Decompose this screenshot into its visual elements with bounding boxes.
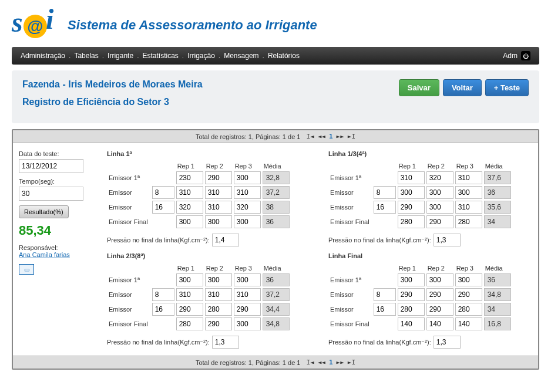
pager-next-icon[interactable]: ►►: [337, 133, 344, 140]
rep1-input[interactable]: [176, 273, 203, 286]
rep3-input[interactable]: [234, 201, 261, 214]
pressure-input[interactable]: [434, 234, 461, 246]
nav-item-irrigante[interactable]: Irrigante: [107, 52, 133, 60]
rep1-input[interactable]: [176, 303, 203, 316]
rep2-input[interactable]: [205, 288, 232, 301]
pager-prev-icon[interactable]: ◄◄: [318, 133, 325, 140]
records-panel: Total de registros: 1, Páginas: 1 de 1 I…: [12, 129, 539, 370]
rep2-input[interactable]: [205, 186, 232, 199]
rep1-input[interactable]: [176, 288, 203, 301]
rep2-input[interactable]: [205, 303, 232, 316]
date-input[interactable]: [19, 159, 83, 173]
pressure-row: Pressão no final da linha(Kgf.cm⁻²):: [328, 336, 532, 349]
emissor-n-input[interactable]: [152, 288, 174, 301]
rep2-input[interactable]: [426, 171, 453, 184]
rep1-input[interactable]: [176, 171, 203, 184]
rep2-input[interactable]: [205, 171, 232, 184]
rep2-input[interactable]: [426, 288, 453, 301]
rep3-input[interactable]: [455, 317, 482, 330]
rep1-input[interactable]: [176, 215, 203, 228]
rep1-input[interactable]: [398, 171, 425, 184]
rep1-input[interactable]: [398, 288, 425, 301]
rep1-input[interactable]: [398, 215, 425, 228]
rep3-input[interactable]: [234, 317, 261, 330]
pager-prev-icon[interactable]: ◄◄: [318, 359, 325, 366]
nav-item-estatisticas[interactable]: Estatísticas: [142, 52, 178, 60]
rep3-input[interactable]: [455, 171, 482, 184]
nav-item-tabelas[interactable]: Tabelas: [74, 52, 98, 60]
add-test-button[interactable]: + Teste: [485, 79, 529, 96]
power-icon[interactable]: ⏻: [521, 51, 530, 60]
media-cell: 38: [263, 201, 290, 214]
emissor-n-input[interactable]: [152, 303, 174, 316]
rep2-input[interactable]: [426, 317, 453, 330]
rep3-input[interactable]: [455, 273, 482, 286]
emissor-n-input[interactable]: [374, 303, 396, 316]
responsible-link[interactable]: Ana Camila farias: [19, 251, 101, 258]
media-cell: 37,2: [263, 186, 290, 199]
page-title: Fazenda - Iris Medeiros de Moraes Meira: [22, 79, 203, 90]
pressure-input[interactable]: [212, 336, 239, 349]
pager-page-bottom[interactable]: 1: [329, 359, 333, 366]
rep1-input[interactable]: [398, 273, 425, 286]
pager-last-icon[interactable]: ►I: [348, 359, 355, 366]
emissor-n-input[interactable]: [374, 288, 396, 301]
col-rep3: Rep 3: [234, 163, 261, 170]
rep3-input[interactable]: [455, 303, 482, 316]
result-button[interactable]: Resultado(%): [19, 205, 69, 218]
rep3-input[interactable]: [234, 171, 261, 184]
rep2-input[interactable]: [205, 317, 232, 330]
pressure-input[interactable]: [212, 234, 239, 246]
rep3-input[interactable]: [455, 186, 482, 199]
time-input[interactable]: [19, 187, 83, 201]
save-button[interactable]: Salvar: [399, 79, 439, 96]
rep2-input[interactable]: [205, 201, 232, 214]
rep1-input[interactable]: [398, 186, 425, 199]
id-card-icon[interactable]: ▭: [19, 264, 34, 275]
emissor-n-input[interactable]: [374, 201, 396, 214]
col-rep1: Rep 1: [398, 265, 425, 272]
rep1-input[interactable]: [176, 317, 203, 330]
rep3-input[interactable]: [234, 186, 261, 199]
rep3-input[interactable]: [234, 215, 261, 228]
rep3-input[interactable]: [455, 201, 482, 214]
emissor-n-input[interactable]: [152, 201, 174, 214]
rep2-input[interactable]: [426, 273, 453, 286]
rep2-input[interactable]: [426, 186, 453, 199]
line-row-e2: Emissor36: [330, 186, 511, 199]
rep1-input[interactable]: [176, 201, 203, 214]
pager-last-icon[interactable]: ►I: [348, 133, 355, 140]
rep1-input[interactable]: [398, 303, 425, 316]
nav-item-mensagem[interactable]: Mensagem: [224, 52, 258, 60]
rep3-input[interactable]: [455, 215, 482, 228]
pager-first-icon[interactable]: I◄: [306, 359, 314, 366]
pager-next-icon[interactable]: ►►: [337, 359, 344, 366]
rep1-input[interactable]: [176, 186, 203, 199]
back-button[interactable]: Voltar: [443, 79, 482, 96]
pager-first-icon[interactable]: I◄: [306, 133, 314, 140]
pager-page[interactable]: 1: [329, 133, 333, 140]
rep2-input[interactable]: [205, 215, 232, 228]
rep1-input[interactable]: [398, 201, 425, 214]
rep2-input[interactable]: [426, 303, 453, 316]
rep3-input[interactable]: [234, 273, 261, 286]
nav-item-administracao[interactable]: Administração: [21, 52, 65, 60]
row-label: Emissor Final: [330, 215, 372, 228]
navbar-user[interactable]: Adm ⏻: [503, 51, 530, 60]
emissor-n-input[interactable]: [374, 186, 396, 199]
rep3-input[interactable]: [455, 288, 482, 301]
pager-top: Total de registros: 1, Páginas: 1 de 1 I…: [13, 130, 538, 143]
nav-item-relatorios[interactable]: Relatórios: [268, 52, 300, 60]
rep1-input[interactable]: [398, 317, 425, 330]
nav-item-irrigacao[interactable]: Irrigação: [187, 52, 215, 60]
rep3-input[interactable]: [234, 288, 261, 301]
rep2-input[interactable]: [426, 201, 453, 214]
rep2-input[interactable]: [426, 215, 453, 228]
rep3-input[interactable]: [234, 303, 261, 316]
rep2-input[interactable]: [205, 273, 232, 286]
emissor-n-input[interactable]: [152, 186, 174, 199]
col-rep3: Rep 3: [234, 265, 261, 272]
media-cell: 34: [484, 303, 511, 316]
pressure-input[interactable]: [434, 336, 461, 349]
media-cell: 36: [484, 273, 511, 286]
